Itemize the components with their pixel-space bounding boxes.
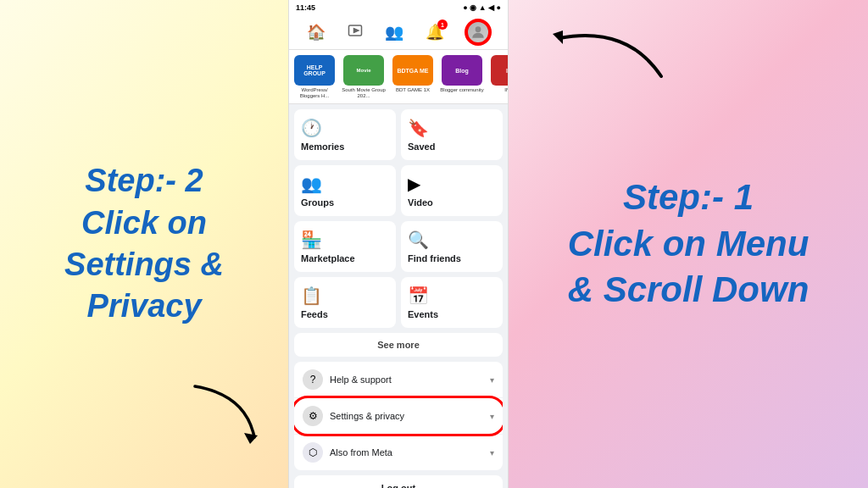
saved-icon: 🔖 — [408, 118, 429, 138]
left-panel: Step:- 2 Click on Settings & Privacy — [0, 0, 288, 488]
memories-tile[interactable]: 🕐 Memories — [294, 109, 396, 160]
story-item[interactable]: HELP GROUP WordPress/ Bloggers H... — [292, 55, 337, 98]
step2-text: Step:- 2 Click on Settings & Privacy — [64, 160, 224, 328]
memories-icon: 🕐 — [301, 118, 322, 138]
story-item[interactable]: BDTGA ME BDT GAME 1X — [391, 55, 435, 98]
help-icon: ? — [303, 369, 323, 390]
svg-marker-2 — [354, 28, 359, 32]
feeds-icon: 📋 — [301, 286, 322, 306]
settings-arrow-icon: ▾ — [490, 412, 494, 421]
logout-button[interactable]: Log out — [294, 475, 503, 488]
events-icon: 📅 — [408, 286, 429, 306]
step1-text: Step:- 1 Click on Menu & Scroll Down — [568, 175, 810, 313]
story-item[interactable]: Blog Blogger community — [440, 55, 484, 98]
marketplace-label: Marketplace — [301, 253, 355, 263]
feeds-label: Feeds — [301, 309, 328, 319]
step2-line3: Privacy — [86, 288, 201, 324]
also-from-meta-item[interactable]: ⬡ Also from Meta ▾ — [294, 435, 503, 470]
time: 11:45 — [296, 3, 315, 12]
status-icons: ● ◉ ▲ ◀ ● — [463, 3, 501, 12]
story-thumb: Blog — [442, 55, 482, 86]
find-friends-icon: 🔍 — [408, 230, 429, 250]
menu-grid: 🕐 Memories 🔖 Saved 👥 Groups ▶ Video 🏪 Ma… — [294, 109, 503, 328]
find-friends-tile[interactable]: 🔍 Find friends — [401, 221, 503, 272]
status-bar: 11:45 ● ◉ ▲ ◀ ● — [289, 0, 508, 15]
see-more-button[interactable]: See more — [294, 333, 503, 357]
marketplace-tile[interactable]: 🏪 Marketplace — [294, 221, 396, 272]
events-tile[interactable]: 📅 Events — [401, 277, 503, 328]
menu-list: ? Help & support ▾ ⚙ Settings & privacy … — [294, 362, 503, 470]
red-circle-highlight — [465, 19, 492, 46]
notification-icon[interactable]: 🔔 1 — [426, 23, 444, 42]
groups-label: Groups — [301, 197, 334, 208]
video-tile[interactable]: ▶ Video — [401, 165, 503, 216]
nav-bar: 🏠 👥 🔔 1 — [289, 15, 508, 50]
saved-label: Saved — [408, 141, 435, 152]
groups-icon: 👥 — [301, 174, 322, 194]
events-label: Events — [408, 309, 438, 319]
groups-tile[interactable]: 👥 Groups — [294, 165, 396, 216]
step2-label: Step:- 2 — [85, 163, 203, 198]
step2-line1: Click on — [81, 205, 207, 241]
video-icon: ▶ — [408, 174, 420, 194]
story-thumb: IND — [491, 55, 508, 86]
help-label: Help & support — [330, 374, 392, 385]
marketplace-icon: 🏪 — [301, 230, 322, 250]
story-thumb: BDTGA ME — [392, 55, 433, 86]
arrow-to-avatar — [526, 8, 695, 93]
story-thumb: HELP GROUP — [294, 55, 335, 86]
also-from-meta-label: Also from Meta — [330, 447, 392, 458]
phone-panel: 11:45 ● ◉ ▲ ◀ ● 🏠 👥 🔔 1 HELP GROUP WordP… — [288, 0, 509, 488]
svg-marker-4 — [553, 30, 563, 44]
memories-label: Memories — [301, 141, 344, 152]
story-item[interactable]: Movie South Movie Group 202... — [342, 55, 386, 98]
settings-privacy-item[interactable]: ⚙ Settings & privacy ▾ — [294, 398, 503, 435]
saved-tile[interactable]: 🔖 Saved — [401, 109, 503, 160]
settings-icon: ⚙ — [303, 406, 323, 426]
feeds-tile[interactable]: 📋 Feeds — [294, 277, 396, 328]
find-friends-label: Find friends — [408, 253, 461, 263]
step2-line2: Settings & — [64, 247, 224, 282]
help-support-item[interactable]: ? Help & support ▾ — [294, 362, 503, 398]
friends-icon[interactable]: 👥 — [385, 23, 403, 42]
arrow-down-to-settings — [178, 378, 271, 454]
meta-icon: ⬡ — [303, 442, 323, 463]
video-nav-icon[interactable] — [348, 23, 363, 42]
story-thumb: Movie — [343, 55, 384, 86]
menu-scroll-area: 🕐 Memories 🔖 Saved 👥 Groups ▶ Video 🏪 Ma… — [289, 104, 508, 488]
right-panel: Step:- 1 Click on Menu & Scroll Down — [509, 0, 868, 488]
step1-label: Step:- 1 — [623, 177, 754, 217]
meta-arrow-icon: ▾ — [490, 448, 494, 458]
video-label: Video — [408, 197, 433, 208]
home-icon[interactable]: 🏠 — [307, 23, 326, 42]
story-item[interactable]: IND IND... — [489, 55, 508, 98]
step1-line1: Click on Menu — [568, 224, 810, 263]
settings-label: Settings & privacy — [330, 411, 404, 421]
help-arrow-icon: ▾ — [490, 375, 494, 385]
story-bar: HELP GROUP WordPress/ Bloggers H... Movi… — [289, 50, 508, 104]
menu-avatar-container[interactable] — [466, 20, 490, 44]
svg-marker-0 — [244, 433, 258, 444]
step1-line2: & Scroll Down — [568, 269, 810, 309]
